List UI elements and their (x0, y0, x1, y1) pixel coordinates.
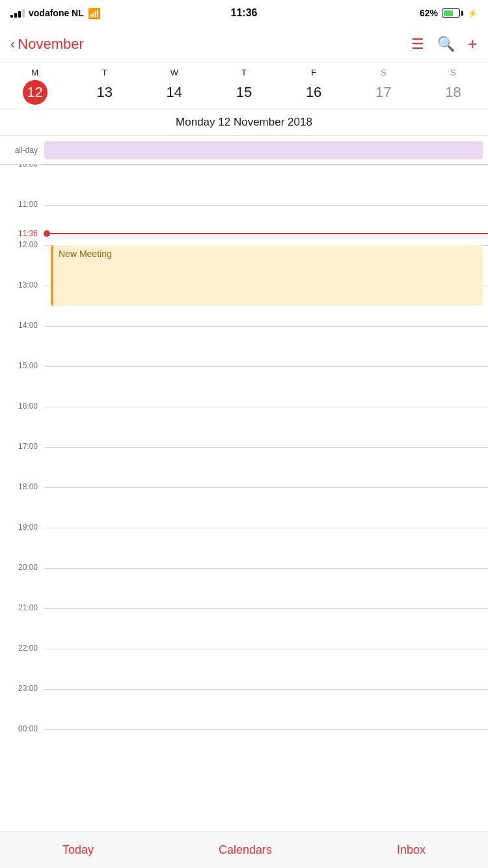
nav-icons: ☰ 🔍 + (411, 34, 478, 54)
time-label-2100: 21:00 (0, 603, 44, 612)
time-label-2300: 23:00 (0, 684, 44, 693)
tab-today[interactable]: Today (62, 843, 94, 857)
time-row-1800: 18:00 (0, 487, 488, 528)
search-icon[interactable]: 🔍 (437, 36, 455, 53)
day-col-sun[interactable]: S 18 (418, 68, 488, 105)
day-letter-sat: S (381, 68, 386, 77)
time-line-2300 (44, 689, 488, 690)
day-number-14: 14 (162, 80, 187, 105)
battery-percent-label: 62% (420, 8, 438, 18)
time-slots: 10:00 11:00 11:36 12:00 13:00 14:00 (0, 165, 488, 770)
day-number-18: 18 (441, 80, 465, 105)
chevron-left-icon: ‹ (10, 36, 15, 53)
time-label-1600: 16:00 (0, 401, 44, 411)
time-line-1000 (44, 165, 488, 165)
time-line-2200 (44, 649, 488, 649)
signal-bar-3 (18, 11, 21, 18)
day-number-12: 12 (23, 80, 47, 105)
day-col-tue[interactable]: T 13 (70, 68, 139, 105)
new-meeting-event[interactable]: New Meeting (51, 245, 483, 306)
carrier-label: vodafone NL (29, 8, 84, 18)
status-bar: vodafone NL 📶 11:36 62% ⚡ (0, 0, 488, 26)
current-time-label: 11:36 (0, 229, 44, 238)
charging-icon: ⚡ (467, 8, 478, 18)
day-number-16: 16 (301, 80, 326, 105)
time-row-2300: 23:00 (0, 689, 488, 729)
battery-body (442, 8, 460, 18)
time-row-2200: 22:00 (0, 649, 488, 689)
month-back-label: November (18, 36, 83, 53)
current-time-row: 11:36 (0, 229, 488, 238)
day-col-mon[interactable]: M 12 (0, 68, 70, 105)
battery-tip (461, 11, 463, 16)
back-button[interactable]: ‹ November (10, 36, 84, 53)
time-line-1900 (44, 528, 488, 528)
battery-indicator (442, 8, 463, 18)
battery-fill (444, 10, 453, 16)
current-time-dot (44, 230, 50, 237)
signal-bar-4 (22, 9, 25, 18)
nav-header: ‹ November ☰ 🔍 + (0, 26, 488, 62)
time-line-1600 (44, 407, 488, 407)
time-line-1500 (44, 366, 488, 367)
time-line-2000 (44, 568, 488, 569)
all-day-label: all-day (0, 146, 44, 155)
day-number-17: 17 (371, 80, 396, 105)
time-row-0000: 00:00 (0, 729, 488, 770)
day-letter-thu: T (241, 68, 247, 77)
week-header: M 12 T 13 W 14 T 15 F 16 S 17 S 18 (0, 62, 488, 109)
tab-inbox[interactable]: Inbox (397, 843, 426, 857)
time-label-1200: 12:00 (0, 240, 44, 249)
time-row-1100: 11:00 (0, 205, 488, 245)
time-label-1900: 19:00 (0, 522, 44, 532)
signal-bars (10, 9, 25, 18)
all-day-row: all-day (0, 136, 488, 165)
time-line-2100 (44, 608, 488, 609)
time-label-1100: 11:00 (0, 200, 44, 209)
time-line-1400 (44, 326, 488, 327)
signal-bar-2 (14, 13, 17, 18)
scroll-area[interactable]: 10:00 11:00 11:36 12:00 13:00 14:00 (0, 165, 488, 830)
time-row-1900: 19:00 (0, 528, 488, 568)
time-row-1500: 15:00 (0, 366, 488, 407)
day-col-wed[interactable]: W 14 (139, 68, 209, 105)
time-label-1500: 15:00 (0, 361, 44, 370)
day-letter-tue: T (102, 68, 107, 77)
time-row-1700: 17:00 (0, 447, 488, 487)
time-label-1000: 10:00 (0, 165, 44, 169)
time-label-2000: 20:00 (0, 563, 44, 572)
wifi-icon: 📶 (88, 7, 101, 20)
day-letter-fri: F (311, 68, 316, 77)
tab-calendars[interactable]: Calendars (219, 843, 272, 857)
day-number-15: 15 (232, 80, 256, 105)
day-number-13: 13 (92, 80, 117, 105)
event-title: New Meeting (59, 249, 112, 259)
status-left: vodafone NL 📶 (10, 7, 101, 20)
tab-bar: Today Calendars Inbox (0, 832, 488, 868)
time-row-1000: 10:00 (0, 165, 488, 205)
add-icon[interactable]: + (468, 34, 478, 54)
signal-bar-1 (10, 15, 13, 18)
time-line-1100 (44, 205, 488, 206)
day-col-sat[interactable]: S 17 (349, 68, 418, 105)
time-label-2200: 22:00 (0, 644, 44, 653)
day-col-thu[interactable]: T 15 (209, 68, 278, 105)
time-line-1700 (44, 447, 488, 448)
time-label-0000: 00:00 (0, 724, 44, 733)
day-col-fri[interactable]: F 16 (279, 68, 349, 105)
selected-date-label: Monday 12 November 2018 (0, 109, 488, 136)
time-label-1300: 13:00 (0, 280, 44, 290)
all-day-event[interactable] (44, 141, 483, 159)
list-icon[interactable]: ☰ (411, 36, 424, 53)
day-letter-wed: W (170, 68, 178, 77)
time-label-1400: 14:00 (0, 321, 44, 330)
time-line-0000 (44, 729, 488, 730)
time-line-1800 (44, 487, 488, 488)
status-time: 11:36 (231, 7, 258, 19)
time-row-1600: 16:00 (0, 407, 488, 447)
status-right: 62% ⚡ (420, 8, 478, 18)
time-label-1700: 17:00 (0, 442, 44, 451)
time-row-2100: 21:00 (0, 608, 488, 649)
current-time-line (50, 233, 488, 234)
day-letter-mon: M (31, 68, 38, 77)
